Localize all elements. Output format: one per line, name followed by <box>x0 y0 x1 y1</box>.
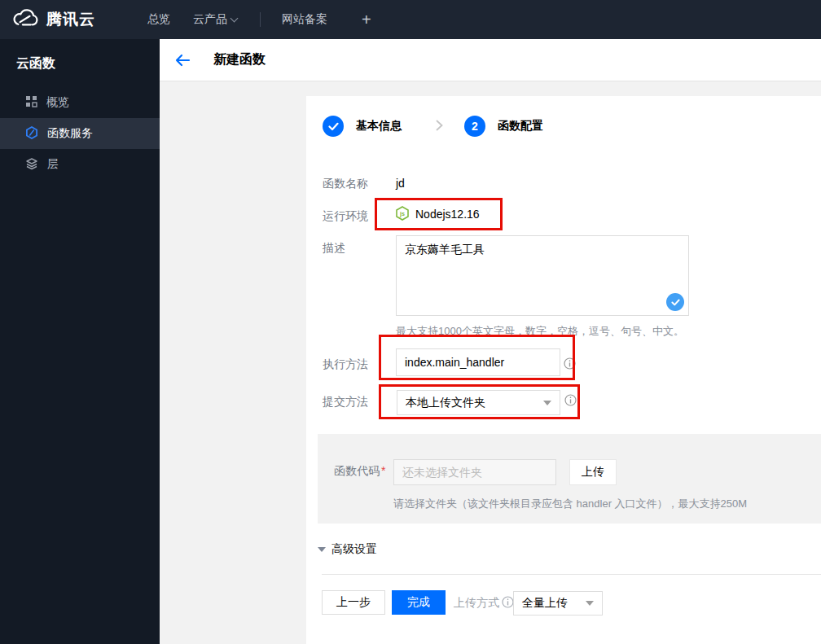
triangle-down-icon <box>318 547 326 552</box>
nav-overview[interactable]: 总览 <box>147 12 170 27</box>
handler-info-icon[interactable] <box>564 357 576 370</box>
svg-text:js: js <box>399 210 405 217</box>
handler-input[interactable] <box>396 348 560 376</box>
valid-check-badge-icon <box>666 293 684 311</box>
arrow-left-icon <box>174 53 191 68</box>
top-navbar: 腾讯云 总览 云产品 网站备案 + <box>0 0 821 39</box>
function-code-section: 函数代码* 上传 请选择文件夹（该文件夹根目录应包含 handler 入口文件）… <box>318 434 821 524</box>
upload-mode-select[interactable]: 全量上传 <box>513 591 603 616</box>
back-button[interactable] <box>174 53 191 68</box>
sidebar-item-overview[interactable]: 概览 <box>0 87 160 118</box>
advanced-settings-toggle[interactable]: 高级设置 <box>318 542 377 557</box>
footer-divider <box>322 574 821 575</box>
sidebar-item-functions[interactable]: 函数服务 <box>0 118 160 149</box>
nodejs-icon: js <box>396 206 409 223</box>
step1-label: 基本信息 <box>356 119 402 134</box>
sidebar-item-layers[interactable]: 层 <box>0 149 160 180</box>
caret-down-icon <box>586 601 594 606</box>
page-title: 新建函数 <box>213 51 266 68</box>
nav-divider <box>260 12 261 27</box>
handler-label: 执行方法 <box>323 357 368 372</box>
required-asterisk: * <box>381 464 385 477</box>
sidebar-item-label: 概览 <box>46 95 69 110</box>
folder-path-input[interactable] <box>393 459 556 485</box>
brand[interactable]: 腾讯云 <box>0 9 147 31</box>
sidebar: 云函数 概览 函数服务 层 <box>0 39 160 644</box>
runtime-label: 运行环境 <box>323 209 368 224</box>
nav-icp[interactable]: 网站备案 <box>282 12 327 27</box>
caret-down-icon <box>543 401 551 405</box>
sidebar-item-label: 函数服务 <box>47 126 93 141</box>
grid-icon <box>25 95 37 110</box>
step-indicator: 基本信息 2 函数配置 <box>323 116 543 137</box>
brand-name: 腾讯云 <box>46 9 95 30</box>
function-name-label: 函数名称 <box>323 177 368 191</box>
add-tab-button[interactable]: + <box>362 11 371 29</box>
submit-method-value: 本地上传文件夹 <box>406 396 485 410</box>
function-name-value: jd <box>396 177 405 190</box>
step2-label: 函数配置 <box>498 119 543 134</box>
tencent-cloud-logo-icon <box>12 9 39 31</box>
upload-button[interactable]: 上传 <box>569 459 617 485</box>
submit-method-info-icon[interactable] <box>564 394 577 406</box>
runtime-value-row: js Nodejs12.16 <box>396 206 480 222</box>
layers-icon <box>25 157 38 173</box>
step-separator-icon <box>436 120 443 134</box>
chevron-down-icon <box>230 14 239 22</box>
page-header: 新建函数 <box>160 39 821 81</box>
description-hint: 最大支持1000个英文字母，数字，空格，逗号、句号、中文。 <box>396 324 684 339</box>
step2-number: 2 <box>464 116 485 137</box>
sidebar-title: 云函数 <box>0 39 160 87</box>
upload-mode-info-icon[interactable] <box>502 596 514 611</box>
description-textarea[interactable]: 京东薅羊毛工具 <box>396 235 689 316</box>
submit-method-select[interactable]: 本地上传文件夹 <box>397 390 560 415</box>
nav-products[interactable]: 云产品 <box>193 12 237 27</box>
submit-method-label: 提交方法 <box>323 395 368 410</box>
upload-mode-label: 上传方式 <box>454 596 514 611</box>
function-code-label: 函数代码* <box>334 464 385 479</box>
description-label: 描述 <box>323 241 345 256</box>
runtime-value: Nodejs12.16 <box>415 208 480 221</box>
scf-hexagon-icon <box>25 126 38 142</box>
function-code-hint: 请选择文件夹（该文件夹根目录应包含 handler 入口文件），最大支持250M <box>393 497 747 511</box>
step1-check-icon <box>323 116 344 137</box>
previous-step-button[interactable]: 上一步 <box>322 590 385 615</box>
create-function-card: 基本信息 2 函数配置 函数名称 jd 运行环境 js Nodejs12.16 … <box>306 96 821 644</box>
upload-mode-value: 全量上传 <box>522 596 568 611</box>
sidebar-item-label: 层 <box>47 157 59 172</box>
advanced-settings-label: 高级设置 <box>331 542 377 557</box>
finish-button[interactable]: 完成 <box>392 590 446 615</box>
